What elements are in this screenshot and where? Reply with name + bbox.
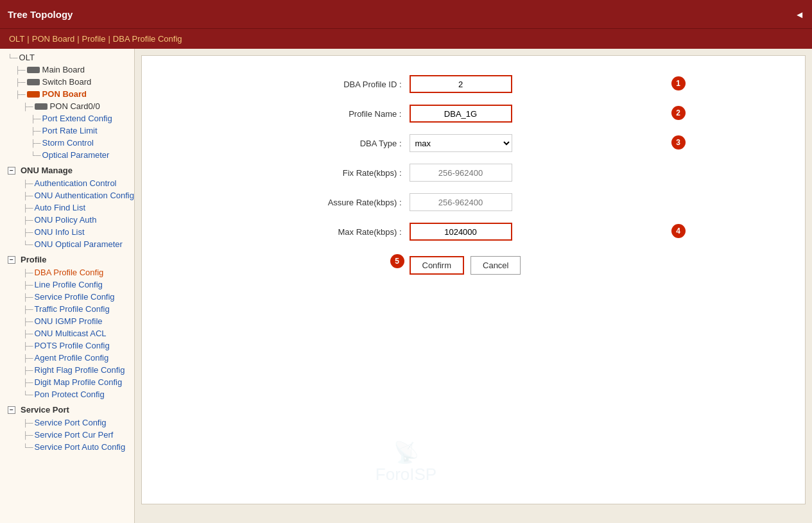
watermark-icon: 📡 xyxy=(376,440,436,465)
sidebar-item-onu-multicast-acl[interactable]: ├─ ONU Multicast ACL xyxy=(0,327,134,339)
sidebar-item-onu-igmp-profile[interactable]: ├─ ONU IGMP Profile xyxy=(0,315,134,327)
label-auto-find-list: Auto Find List xyxy=(35,203,86,212)
sidebar-item-onu-info-list[interactable]: ├─ ONU Info List xyxy=(0,226,134,238)
cancel-button[interactable]: Cancel xyxy=(471,256,521,275)
label-onu-info-list: ONU Info List xyxy=(35,227,85,237)
tree-line-pon: ├─ xyxy=(15,90,26,98)
tl12: ├─ xyxy=(23,281,33,289)
sidebar-item-service-profile-config[interactable]: ├─ Service Profile Config xyxy=(0,291,134,303)
form-row-dba-profile-id: DBA Profile ID : 1 xyxy=(281,75,666,93)
main-layout: └─ OLT ├─ Main Board ├─ Switch Board ├─ … xyxy=(0,49,812,523)
label-service-profile-config: Service Profile Config xyxy=(35,292,115,302)
max-rate-field: 4 xyxy=(410,223,666,241)
sidebar-item-right-flag-profile-config[interactable]: ├─ Right Flag Profile Config xyxy=(0,364,134,376)
sidebar-item-pon-card[interactable]: ├─ PON Card0/0 xyxy=(0,100,134,112)
sidebar-item-onu-policy-auth[interactable]: ├─ ONU Policy Auth xyxy=(0,214,134,226)
tl1: ├─ xyxy=(31,115,41,123)
fix-rate-input[interactable] xyxy=(410,164,512,182)
dba-profile-id-label: DBA Profile ID : xyxy=(281,80,410,89)
max-rate-input[interactable] xyxy=(410,223,512,241)
sidebar-item-service-port-auto-config[interactable]: └─ Service Port Auto Config xyxy=(0,441,134,453)
breadcrumb-item-pon-board[interactable]: PON Board xyxy=(32,34,74,44)
label-auth-control: Authentication Control xyxy=(35,178,117,188)
label-optical-parameter: Optical Parameter xyxy=(42,150,110,160)
tl5: ├─ xyxy=(23,180,33,187)
form-row-max-rate: Max Rate(kbps) : 4 xyxy=(281,223,666,241)
sidebar-item-onu-optical-parameter[interactable]: └─ ONU Optical Parameter xyxy=(0,238,134,250)
breadcrumb-item-dba-profile-config[interactable]: DBA Profile Config xyxy=(113,34,182,44)
sidebar-item-digit-map-profile-config[interactable]: ├─ Digit Map Profile Config xyxy=(0,376,134,388)
tree-line: └─ xyxy=(8,54,18,62)
sidebar-item-traffic-profile-config[interactable]: ├─ Traffic Profile Config xyxy=(0,303,134,315)
profile-toggle[interactable]: − xyxy=(8,256,15,264)
tl2: ├─ xyxy=(31,127,41,135)
tl8: ├─ xyxy=(23,216,33,224)
badge-4: 4 xyxy=(671,224,686,238)
sidebar-item-authentication-control[interactable]: ├─ Authentication Control xyxy=(0,177,134,189)
tl19: ├─ xyxy=(23,366,33,374)
sidebar-item-auto-find-list[interactable]: ├─ Auto Find List xyxy=(0,201,134,214)
pon-board-icon xyxy=(27,91,40,98)
section-profile: − Profile xyxy=(0,253,134,266)
fix-rate-label: Fix Rate(kbps) : xyxy=(281,168,410,178)
label-service-port-config: Service Port Config xyxy=(35,418,107,427)
tl16: ├─ xyxy=(23,330,33,338)
form-row-buttons: 5 Confirm Cancel xyxy=(281,252,666,275)
sidebar-item-service-port-cur-perf[interactable]: ├─ Service Port Cur Perf xyxy=(0,429,134,441)
service-port-label: Service Port xyxy=(21,405,69,415)
tl6: ├─ xyxy=(23,192,33,200)
sidebar-pon-board-label: PON Board xyxy=(42,89,87,99)
sidebar-item-onu-auth-config[interactable]: ├─ ONU Authentication Config xyxy=(0,189,134,201)
badge-5: 5 xyxy=(390,254,404,268)
collapse-arrow[interactable]: ◄ xyxy=(795,9,804,20)
buttons-field: 5 Confirm Cancel xyxy=(410,252,666,275)
label-pon-protect-config: Pon Protect Config xyxy=(35,390,105,399)
sidebar-pon-card-label: PON Card0/0 xyxy=(50,101,100,111)
sidebar-item-optical-parameter[interactable]: └─ Optical Parameter xyxy=(0,149,134,161)
sidebar-item-line-profile-config[interactable]: ├─ Line Profile Config xyxy=(0,279,134,291)
dba-profile-id-input[interactable] xyxy=(410,75,512,93)
label-digit-map-profile-config: Digit Map Profile Config xyxy=(35,377,123,387)
profile-name-field: 2 xyxy=(410,105,666,123)
sidebar-item-service-port-config[interactable]: ├─ Service Port Config xyxy=(0,416,134,429)
sidebar-item-main-board[interactable]: ├─ Main Board xyxy=(0,64,134,76)
tl10: └─ xyxy=(23,241,33,248)
sidebar-item-storm-control[interactable]: ├─ Storm Control xyxy=(0,137,134,149)
sidebar-item-agent-profile-config[interactable]: ├─ Agent Profile Config xyxy=(0,352,134,364)
assure-rate-label: Assure Rate(kbps) : xyxy=(281,198,410,207)
assure-rate-input[interactable] xyxy=(410,193,512,211)
dba-type-label: DBA Type : xyxy=(281,139,410,148)
sidebar-item-port-extend-config[interactable]: ├─ Port Extend Config xyxy=(0,112,134,124)
tl3: ├─ xyxy=(31,139,41,147)
sidebar-item-dba-profile-config[interactable]: ├─ DBA Profile Config xyxy=(0,266,134,279)
label-right-flag-profile-config: Right Flag Profile Config xyxy=(35,365,125,375)
tree-line-switch: ├─ xyxy=(15,78,26,86)
breadcrumb-item-profile[interactable]: Profile xyxy=(82,34,106,44)
sidebar-item-pots-profile-config[interactable]: ├─ POTS Profile Config xyxy=(0,339,134,352)
tl13: ├─ xyxy=(23,293,33,301)
tl20: ├─ xyxy=(23,379,33,386)
breadcrumb-item-olt[interactable]: OLT xyxy=(9,34,24,44)
sidebar-item-olt[interactable]: └─ OLT xyxy=(0,51,134,64)
badge-3: 3 xyxy=(671,135,686,150)
label-service-port-auto-config: Service Port Auto Config xyxy=(35,442,126,452)
section-onu-manage: − ONU Manage xyxy=(0,164,134,177)
confirm-button[interactable]: Confirm xyxy=(410,256,465,275)
tl4: └─ xyxy=(31,151,41,159)
dba-type-select[interactable]: max fix assure fix+assure fix+max assure… xyxy=(410,134,512,152)
sidebar-item-pon-board[interactable]: ├─ PON Board xyxy=(0,88,134,100)
profile-name-label: Profile Name : xyxy=(281,109,410,119)
service-port-toggle[interactable]: − xyxy=(8,406,15,414)
profile-name-input[interactable] xyxy=(410,105,512,123)
sidebar-item-pon-protect-config[interactable]: └─ Pon Protect Config xyxy=(0,388,134,400)
onu-manage-toggle[interactable]: − xyxy=(8,167,15,175)
main-board-icon xyxy=(27,67,40,73)
max-rate-label: Max Rate(kbps) : xyxy=(281,227,410,237)
sidebar: └─ OLT ├─ Main Board ├─ Switch Board ├─ … xyxy=(0,49,135,523)
label-agent-profile-config: Agent Profile Config xyxy=(35,353,109,363)
sidebar-item-switch-board[interactable]: ├─ Switch Board xyxy=(0,76,134,88)
sidebar-item-port-rate-limit[interactable]: ├─ Port Rate Limit xyxy=(0,124,134,137)
tl14: ├─ xyxy=(23,305,33,313)
switch-board-icon xyxy=(27,79,40,85)
section-service-port: − Service Port xyxy=(0,403,134,416)
